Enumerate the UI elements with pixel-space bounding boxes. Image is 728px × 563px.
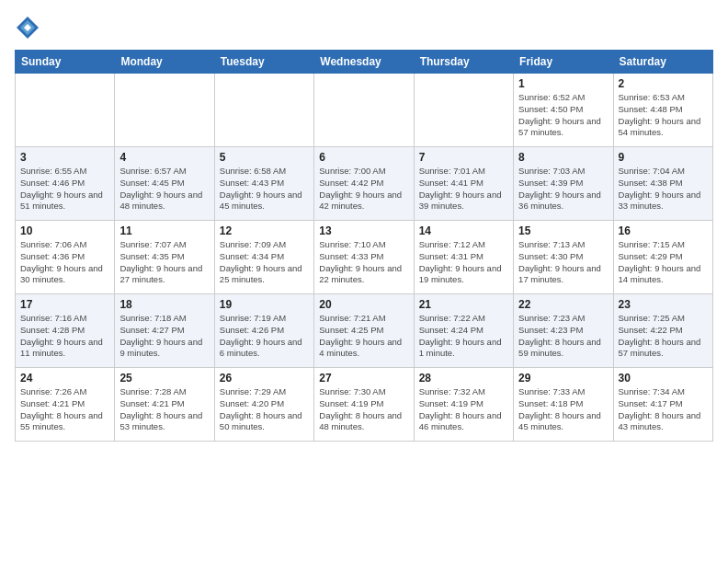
day-number: 21 — [419, 298, 508, 311]
header — [15, 15, 713, 40]
day-cell: 20Sunrise: 7:21 AM Sunset: 4:25 PM Dayli… — [314, 294, 414, 368]
day-number: 11 — [119, 224, 209, 237]
day-info: Sunrise: 7:03 AM Sunset: 4:39 PM Dayligh… — [518, 166, 601, 211]
logo-icon — [15, 15, 40, 40]
day-info: Sunrise: 6:57 AM Sunset: 4:45 PM Dayligh… — [119, 166, 202, 211]
day-cell: 14Sunrise: 7:12 AM Sunset: 4:31 PM Dayli… — [414, 221, 513, 294]
day-number: 28 — [419, 372, 508, 385]
day-info: Sunrise: 7:15 AM Sunset: 4:29 PM Dayligh… — [619, 239, 701, 284]
day-info: Sunrise: 7:28 AM Sunset: 4:21 PM Dayligh… — [119, 386, 202, 431]
day-cell: 29Sunrise: 7:33 AM Sunset: 4:18 PM Dayli… — [514, 368, 613, 442]
week-row-0: 1Sunrise: 6:52 AM Sunset: 4:50 PM Daylig… — [16, 74, 713, 147]
day-info: Sunrise: 7:16 AM Sunset: 4:28 PM Dayligh… — [20, 313, 103, 358]
day-cell: 9Sunrise: 7:04 AM Sunset: 4:38 PM Daylig… — [613, 147, 712, 221]
week-row-2: 10Sunrise: 7:06 AM Sunset: 4:36 PM Dayli… — [16, 221, 713, 294]
day-number: 9 — [619, 151, 708, 164]
day-info: Sunrise: 6:52 AM Sunset: 4:50 PM Dayligh… — [518, 92, 601, 137]
day-info: Sunrise: 7:23 AM Sunset: 4:23 PM Dayligh… — [518, 313, 601, 358]
header-cell-friday: Friday — [514, 51, 613, 74]
day-info: Sunrise: 7:12 AM Sunset: 4:31 PM Dayligh… — [419, 239, 502, 284]
day-cell: 18Sunrise: 7:18 AM Sunset: 4:27 PM Dayli… — [115, 294, 214, 368]
day-info: Sunrise: 7:19 AM Sunset: 4:26 PM Dayligh… — [220, 313, 302, 358]
logo — [15, 15, 44, 40]
day-number: 19 — [220, 298, 309, 311]
day-number: 2 — [619, 77, 708, 90]
day-number: 15 — [518, 224, 608, 237]
day-info: Sunrise: 7:30 AM Sunset: 4:19 PM Dayligh… — [319, 386, 402, 431]
day-number: 22 — [518, 298, 608, 311]
day-cell: 12Sunrise: 7:09 AM Sunset: 4:34 PM Dayli… — [214, 221, 313, 294]
header-cell-tuesday: Tuesday — [214, 51, 313, 74]
day-cell: 27Sunrise: 7:30 AM Sunset: 4:19 PM Dayli… — [314, 368, 414, 442]
day-number: 16 — [619, 224, 708, 237]
day-number: 5 — [220, 151, 309, 164]
day-info: Sunrise: 7:18 AM Sunset: 4:27 PM Dayligh… — [119, 313, 202, 358]
day-cell: 28Sunrise: 7:32 AM Sunset: 4:19 PM Dayli… — [414, 368, 513, 442]
day-cell: 30Sunrise: 7:34 AM Sunset: 4:17 PM Dayli… — [613, 368, 712, 442]
day-number: 25 — [119, 372, 209, 385]
day-cell: 2Sunrise: 6:53 AM Sunset: 4:48 PM Daylig… — [613, 74, 712, 147]
calendar-table: SundayMondayTuesdayWednesdayThursdayFrid… — [15, 50, 713, 442]
day-info: Sunrise: 7:06 AM Sunset: 4:36 PM Dayligh… — [20, 239, 103, 284]
day-info: Sunrise: 7:04 AM Sunset: 4:38 PM Dayligh… — [619, 166, 701, 211]
day-cell: 6Sunrise: 7:00 AM Sunset: 4:42 PM Daylig… — [314, 147, 414, 221]
day-info: Sunrise: 7:21 AM Sunset: 4:25 PM Dayligh… — [319, 313, 402, 358]
day-number: 30 — [619, 372, 708, 385]
day-cell: 22Sunrise: 7:23 AM Sunset: 4:23 PM Dayli… — [514, 294, 613, 368]
day-cell: 1Sunrise: 6:52 AM Sunset: 4:50 PM Daylig… — [514, 74, 613, 147]
day-cell: 4Sunrise: 6:57 AM Sunset: 4:45 PM Daylig… — [115, 147, 214, 221]
day-info: Sunrise: 7:25 AM Sunset: 4:22 PM Dayligh… — [619, 313, 701, 358]
day-cell: 17Sunrise: 7:16 AM Sunset: 4:28 PM Dayli… — [16, 294, 115, 368]
day-cell: 24Sunrise: 7:26 AM Sunset: 4:21 PM Dayli… — [16, 368, 115, 442]
day-number: 1 — [518, 77, 608, 90]
day-info: Sunrise: 7:13 AM Sunset: 4:30 PM Dayligh… — [518, 239, 601, 284]
header-cell-saturday: Saturday — [613, 51, 712, 74]
day-cell: 8Sunrise: 7:03 AM Sunset: 4:39 PM Daylig… — [514, 147, 613, 221]
day-number: 24 — [20, 372, 109, 385]
day-cell: 25Sunrise: 7:28 AM Sunset: 4:21 PM Dayli… — [115, 368, 214, 442]
day-cell: 11Sunrise: 7:07 AM Sunset: 4:35 PM Dayli… — [115, 221, 214, 294]
day-number: 23 — [619, 298, 708, 311]
day-number: 17 — [20, 298, 109, 311]
header-cell-thursday: Thursday — [414, 51, 513, 74]
day-cell — [115, 74, 214, 147]
day-number: 6 — [319, 151, 408, 164]
day-info: Sunrise: 7:26 AM Sunset: 4:21 PM Dayligh… — [20, 386, 103, 431]
day-info: Sunrise: 7:09 AM Sunset: 4:34 PM Dayligh… — [220, 239, 302, 284]
day-cell: 7Sunrise: 7:01 AM Sunset: 4:41 PM Daylig… — [414, 147, 513, 221]
day-info: Sunrise: 7:32 AM Sunset: 4:19 PM Dayligh… — [419, 386, 502, 431]
day-number: 8 — [518, 151, 608, 164]
header-cell-wednesday: Wednesday — [314, 51, 414, 74]
day-number: 26 — [220, 372, 309, 385]
day-cell: 21Sunrise: 7:22 AM Sunset: 4:24 PM Dayli… — [414, 294, 513, 368]
day-cell — [16, 74, 115, 147]
header-cell-monday: Monday — [115, 51, 214, 74]
day-number: 12 — [220, 224, 309, 237]
day-number: 7 — [419, 151, 508, 164]
day-number: 4 — [119, 151, 209, 164]
day-info: Sunrise: 6:58 AM Sunset: 4:43 PM Dayligh… — [220, 166, 302, 211]
day-info: Sunrise: 7:00 AM Sunset: 4:42 PM Dayligh… — [319, 166, 402, 211]
day-cell: 23Sunrise: 7:25 AM Sunset: 4:22 PM Dayli… — [613, 294, 712, 368]
day-cell: 15Sunrise: 7:13 AM Sunset: 4:30 PM Dayli… — [514, 221, 613, 294]
week-row-3: 17Sunrise: 7:16 AM Sunset: 4:28 PM Dayli… — [16, 294, 713, 368]
day-info: Sunrise: 7:10 AM Sunset: 4:33 PM Dayligh… — [319, 239, 402, 284]
day-number: 29 — [518, 372, 608, 385]
day-cell — [214, 74, 313, 147]
header-row: SundayMondayTuesdayWednesdayThursdayFrid… — [16, 51, 713, 74]
day-number: 3 — [20, 151, 109, 164]
day-cell — [314, 74, 414, 147]
week-row-4: 24Sunrise: 7:26 AM Sunset: 4:21 PM Dayli… — [16, 368, 713, 442]
day-number: 18 — [119, 298, 209, 311]
day-number: 10 — [20, 224, 109, 237]
header-cell-sunday: Sunday — [16, 51, 115, 74]
day-cell: 5Sunrise: 6:58 AM Sunset: 4:43 PM Daylig… — [214, 147, 313, 221]
day-info: Sunrise: 7:07 AM Sunset: 4:35 PM Dayligh… — [119, 239, 202, 284]
day-cell — [414, 74, 513, 147]
day-number: 13 — [319, 224, 408, 237]
day-cell: 10Sunrise: 7:06 AM Sunset: 4:36 PM Dayli… — [16, 221, 115, 294]
day-cell: 16Sunrise: 7:15 AM Sunset: 4:29 PM Dayli… — [613, 221, 712, 294]
page: SundayMondayTuesdayWednesdayThursdayFrid… — [0, 0, 728, 451]
day-info: Sunrise: 6:55 AM Sunset: 4:46 PM Dayligh… — [20, 166, 103, 211]
week-row-1: 3Sunrise: 6:55 AM Sunset: 4:46 PM Daylig… — [16, 147, 713, 221]
